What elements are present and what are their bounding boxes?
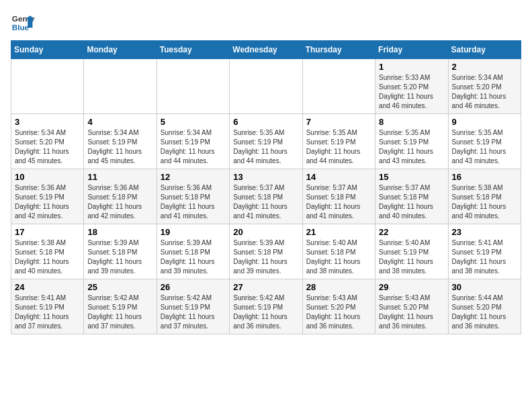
day-number: 5 bbox=[161, 117, 226, 127]
day-info: Sunrise: 5:40 AM Sunset: 5:19 PM Dayligh… bbox=[379, 238, 444, 276]
day-number: 21 bbox=[306, 227, 371, 237]
calendar-cell: 2Sunrise: 5:34 AM Sunset: 5:20 PM Daylig… bbox=[448, 59, 521, 114]
day-info: Sunrise: 5:34 AM Sunset: 5:19 PM Dayligh… bbox=[161, 128, 226, 166]
day-info: Sunrise: 5:35 AM Sunset: 5:19 PM Dayligh… bbox=[306, 128, 371, 166]
day-info: Sunrise: 5:37 AM Sunset: 5:18 PM Dayligh… bbox=[306, 183, 371, 221]
day-number: 26 bbox=[161, 282, 226, 292]
day-info: Sunrise: 5:37 AM Sunset: 5:18 PM Dayligh… bbox=[379, 183, 444, 221]
calendar-cell: 6Sunrise: 5:35 AM Sunset: 5:19 PM Daylig… bbox=[230, 114, 302, 169]
day-info: Sunrise: 5:42 AM Sunset: 5:19 PM Dayligh… bbox=[87, 293, 152, 331]
calendar-cell: 22Sunrise: 5:40 AM Sunset: 5:19 PM Dayli… bbox=[375, 224, 448, 279]
calendar-cell: 8Sunrise: 5:35 AM Sunset: 5:19 PM Daylig… bbox=[375, 114, 448, 169]
calendar-cell: 9Sunrise: 5:35 AM Sunset: 5:19 PM Daylig… bbox=[448, 114, 521, 169]
day-info: Sunrise: 5:43 AM Sunset: 5:20 PM Dayligh… bbox=[379, 293, 444, 331]
day-number: 17 bbox=[15, 227, 80, 237]
calendar-cell: 19Sunrise: 5:39 AM Sunset: 5:18 PM Dayli… bbox=[157, 224, 229, 279]
day-info: Sunrise: 5:40 AM Sunset: 5:18 PM Dayligh… bbox=[306, 238, 371, 276]
calendar-cell: 4Sunrise: 5:34 AM Sunset: 5:19 PM Daylig… bbox=[84, 114, 157, 169]
calendar-table: SundayMondayTuesdayWednesdayThursdayFrid… bbox=[11, 40, 521, 334]
logo-icon: General Blue bbox=[11, 11, 35, 35]
calendar-cell: 16Sunrise: 5:38 AM Sunset: 5:18 PM Dayli… bbox=[448, 169, 521, 224]
day-info: Sunrise: 5:36 AM Sunset: 5:19 PM Dayligh… bbox=[15, 183, 80, 221]
day-number: 25 bbox=[87, 282, 152, 292]
day-info: Sunrise: 5:33 AM Sunset: 5:20 PM Dayligh… bbox=[379, 73, 444, 111]
day-header-wednesday: Wednesday bbox=[230, 41, 302, 59]
day-number: 19 bbox=[161, 227, 226, 237]
day-info: Sunrise: 5:34 AM Sunset: 5:19 PM Dayligh… bbox=[87, 128, 152, 166]
day-info: Sunrise: 5:35 AM Sunset: 5:19 PM Dayligh… bbox=[379, 128, 444, 166]
day-number: 8 bbox=[379, 117, 444, 127]
day-number: 27 bbox=[233, 282, 298, 292]
day-info: Sunrise: 5:39 AM Sunset: 5:18 PM Dayligh… bbox=[87, 238, 152, 276]
day-header-sunday: Sunday bbox=[11, 41, 84, 59]
calendar-cell: 3Sunrise: 5:34 AM Sunset: 5:20 PM Daylig… bbox=[11, 114, 84, 169]
calendar-cell bbox=[230, 59, 302, 114]
day-info: Sunrise: 5:42 AM Sunset: 5:19 PM Dayligh… bbox=[233, 293, 298, 331]
calendar-cell: 29Sunrise: 5:43 AM Sunset: 5:20 PM Dayli… bbox=[375, 279, 448, 334]
day-number: 23 bbox=[452, 227, 517, 237]
day-header-monday: Monday bbox=[84, 41, 157, 59]
calendar-cell: 27Sunrise: 5:42 AM Sunset: 5:19 PM Dayli… bbox=[230, 279, 302, 334]
calendar-cell: 18Sunrise: 5:39 AM Sunset: 5:18 PM Dayli… bbox=[84, 224, 157, 279]
day-number: 20 bbox=[233, 227, 298, 237]
day-number: 13 bbox=[233, 172, 298, 182]
day-info: Sunrise: 5:37 AM Sunset: 5:18 PM Dayligh… bbox=[233, 183, 298, 221]
day-number: 4 bbox=[87, 117, 152, 127]
calendar-cell: 10Sunrise: 5:36 AM Sunset: 5:19 PM Dayli… bbox=[11, 169, 84, 224]
day-info: Sunrise: 5:35 AM Sunset: 5:19 PM Dayligh… bbox=[233, 128, 298, 166]
calendar-cell: 21Sunrise: 5:40 AM Sunset: 5:18 PM Dayli… bbox=[302, 224, 375, 279]
calendar-cell: 23Sunrise: 5:41 AM Sunset: 5:19 PM Dayli… bbox=[448, 224, 521, 279]
calendar-cell bbox=[84, 59, 157, 114]
calendar-cell: 15Sunrise: 5:37 AM Sunset: 5:18 PM Dayli… bbox=[375, 169, 448, 224]
day-number: 12 bbox=[161, 172, 226, 182]
day-number: 29 bbox=[379, 282, 444, 292]
day-number: 15 bbox=[379, 172, 444, 182]
calendar-cell: 26Sunrise: 5:42 AM Sunset: 5:19 PM Dayli… bbox=[157, 279, 229, 334]
day-info: Sunrise: 5:41 AM Sunset: 5:19 PM Dayligh… bbox=[15, 293, 80, 331]
calendar-cell bbox=[157, 59, 229, 114]
day-number: 22 bbox=[379, 227, 444, 237]
day-info: Sunrise: 5:42 AM Sunset: 5:19 PM Dayligh… bbox=[161, 293, 226, 331]
day-info: Sunrise: 5:36 AM Sunset: 5:18 PM Dayligh… bbox=[161, 183, 226, 221]
day-info: Sunrise: 5:41 AM Sunset: 5:19 PM Dayligh… bbox=[452, 238, 517, 276]
svg-text:Blue: Blue bbox=[12, 23, 30, 32]
day-info: Sunrise: 5:38 AM Sunset: 5:18 PM Dayligh… bbox=[15, 238, 80, 276]
day-info: Sunrise: 5:35 AM Sunset: 5:19 PM Dayligh… bbox=[452, 128, 517, 166]
day-info: Sunrise: 5:36 AM Sunset: 5:18 PM Dayligh… bbox=[87, 183, 152, 221]
logo: General Blue bbox=[11, 11, 35, 35]
day-number: 6 bbox=[233, 117, 298, 127]
day-info: Sunrise: 5:39 AM Sunset: 5:18 PM Dayligh… bbox=[233, 238, 298, 276]
day-info: Sunrise: 5:38 AM Sunset: 5:18 PM Dayligh… bbox=[452, 183, 517, 221]
calendar-cell: 1Sunrise: 5:33 AM Sunset: 5:20 PM Daylig… bbox=[375, 59, 448, 114]
calendar-cell: 24Sunrise: 5:41 AM Sunset: 5:19 PM Dayli… bbox=[11, 279, 84, 334]
calendar-cell: 12Sunrise: 5:36 AM Sunset: 5:18 PM Dayli… bbox=[157, 169, 229, 224]
calendar-cell: 13Sunrise: 5:37 AM Sunset: 5:18 PM Dayli… bbox=[230, 169, 302, 224]
day-number: 24 bbox=[15, 282, 80, 292]
day-info: Sunrise: 5:34 AM Sunset: 5:20 PM Dayligh… bbox=[15, 128, 80, 166]
calendar-cell: 11Sunrise: 5:36 AM Sunset: 5:18 PM Dayli… bbox=[84, 169, 157, 224]
page-header: General Blue bbox=[11, 11, 521, 35]
calendar-cell: 30Sunrise: 5:44 AM Sunset: 5:20 PM Dayli… bbox=[448, 279, 521, 334]
calendar-cell bbox=[11, 59, 84, 114]
day-info: Sunrise: 5:43 AM Sunset: 5:20 PM Dayligh… bbox=[306, 293, 371, 331]
calendar-cell: 7Sunrise: 5:35 AM Sunset: 5:19 PM Daylig… bbox=[302, 114, 375, 169]
day-header-tuesday: Tuesday bbox=[157, 41, 229, 59]
calendar-cell: 25Sunrise: 5:42 AM Sunset: 5:19 PM Dayli… bbox=[84, 279, 157, 334]
day-number: 1 bbox=[379, 62, 444, 72]
day-number: 10 bbox=[15, 172, 80, 182]
day-number: 30 bbox=[452, 282, 517, 292]
day-number: 11 bbox=[87, 172, 152, 182]
calendar-cell: 28Sunrise: 5:43 AM Sunset: 5:20 PM Dayli… bbox=[302, 279, 375, 334]
day-number: 9 bbox=[452, 117, 517, 127]
day-header-thursday: Thursday bbox=[302, 41, 375, 59]
day-header-saturday: Saturday bbox=[448, 41, 521, 59]
day-number: 2 bbox=[452, 62, 517, 72]
day-info: Sunrise: 5:44 AM Sunset: 5:20 PM Dayligh… bbox=[452, 293, 517, 331]
calendar-cell: 14Sunrise: 5:37 AM Sunset: 5:18 PM Dayli… bbox=[302, 169, 375, 224]
calendar-cell: 5Sunrise: 5:34 AM Sunset: 5:19 PM Daylig… bbox=[157, 114, 229, 169]
day-header-friday: Friday bbox=[375, 41, 448, 59]
day-number: 3 bbox=[15, 117, 80, 127]
day-info: Sunrise: 5:39 AM Sunset: 5:18 PM Dayligh… bbox=[161, 238, 226, 276]
calendar-cell bbox=[302, 59, 375, 114]
day-number: 14 bbox=[306, 172, 371, 182]
